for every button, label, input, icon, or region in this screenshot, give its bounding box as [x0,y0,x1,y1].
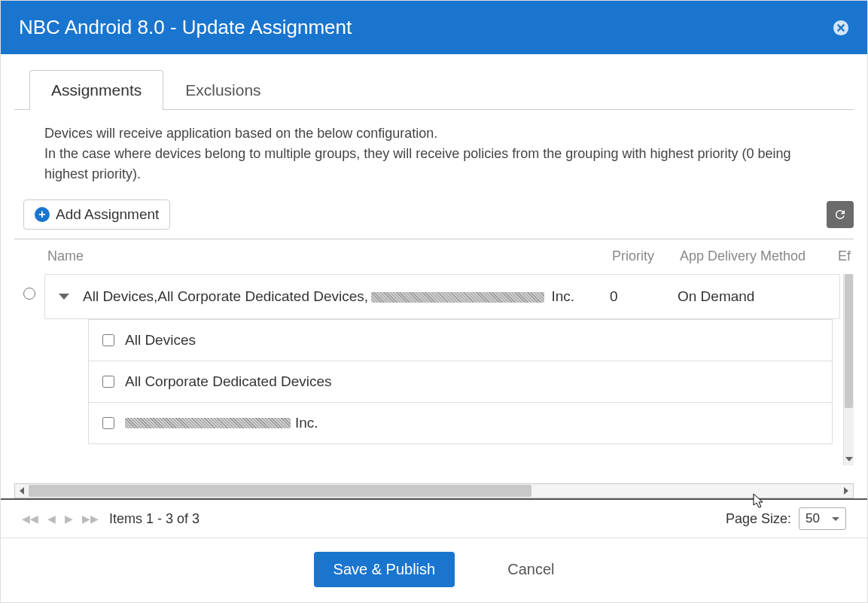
col-header-name[interactable]: Name [47,248,612,264]
first-page-button[interactable]: ◀◀ [22,513,38,525]
scrollbar-thumb[interactable] [29,485,531,497]
modal-footer: Save & Publish Cancel [1,538,867,602]
row-name: All Devices,All Corporate Dedicated Devi… [83,288,610,305]
page-size-label: Page Size: [726,511,791,527]
tabs-container: Assignments Exclusions [1,54,867,110]
sub-row-label: Inc. [295,415,318,431]
tab-exclusions[interactable]: Exclusions [163,70,282,110]
modal-header: NBC Android 8.0 - Update Assignment [1,1,867,54]
assignments-table: Name Priority App Delivery Method Ef All… [14,239,854,483]
chevron-down-icon [59,294,69,300]
pager-nav: ◀◀ ◀ ▶ ▶▶ [22,513,99,525]
pager-right: Page Size: 50 [726,507,846,530]
items-count: Items 1 - 3 of 3 [109,511,199,527]
list-item[interactable]: Inc. [89,403,832,444]
last-page-button[interactable]: ▶▶ [82,513,99,525]
modal-title: NBC Android 8.0 - Update Assignment [19,16,352,39]
list-item[interactable]: All Devices [89,319,832,361]
cancel-button[interactable]: Cancel [507,561,554,578]
redacted-text [371,292,544,303]
description-text: Devices will receive application based o… [1,110,867,199]
scroll-down-arrow[interactable] [844,455,854,464]
plus-icon: + [35,207,50,222]
close-icon[interactable] [833,20,849,36]
refresh-button[interactable] [827,201,854,228]
row-priority: 0 [610,288,678,305]
sub-row-label: All Corporate Dedicated Devices [125,373,332,390]
pager-left: ◀◀ ◀ ▶ ▶▶ Items 1 - 3 of 3 [22,511,199,527]
scrollbar-thumb[interactable] [845,274,853,408]
tabs: Assignments Exclusions [14,69,854,110]
list-item[interactable]: All Corporate Dedicated Devices [89,361,832,403]
table-header-row: Name Priority App Delivery Method Ef [14,239,854,274]
toolbar: + Add Assignment [1,199,867,239]
pager: ◀◀ ◀ ▶ ▶▶ Items 1 - 3 of 3 Page Size: 50 [1,498,867,538]
tab-assignments[interactable]: Assignments [29,70,163,110]
row-radio[interactable] [23,288,35,300]
description-line-2: In the case where devices belong to mult… [44,144,824,184]
horizontal-scrollbar[interactable] [14,483,854,498]
sub-row-checkbox[interactable] [102,376,114,388]
page-size-value: 50 [806,511,820,526]
sub-rows: All Devices All Corporate Dedicated Devi… [88,319,833,444]
vertical-scrollbar[interactable] [843,274,854,465]
expand-toggle[interactable] [45,294,83,300]
modal-body: Assignments Exclusions Devices will rece… [1,54,867,538]
col-header-priority[interactable]: Priority [612,248,680,264]
col-header-method[interactable]: App Delivery Method [680,248,838,264]
scroll-right-arrow[interactable] [839,484,853,498]
row-radio-cell [14,288,44,300]
scrollbar-track[interactable] [29,484,839,498]
row-method: On Demand [678,288,828,305]
add-assignment-button[interactable]: + Add Assignment [23,199,170,230]
redacted-text [125,418,291,428]
table-row[interactable]: All Devices,All Corporate Dedicated Devi… [44,274,840,319]
page-size-select[interactable]: 50 [799,507,846,530]
prev-page-button[interactable]: ◀ [47,513,56,525]
next-page-button[interactable]: ▶ [65,513,73,525]
sub-row-checkbox[interactable] [102,334,114,346]
add-assignment-label: Add Assignment [56,206,159,223]
save-publish-button[interactable]: Save & Publish [314,552,455,587]
sub-row-label: All Devices [125,332,196,349]
description-line-1: Devices will receive application based o… [44,123,824,144]
scroll-left-arrow[interactable] [15,484,29,498]
modal-dialog: NBC Android 8.0 - Update Assignment Assi… [0,0,868,603]
sub-row-checkbox[interactable] [102,417,114,429]
chevron-down-icon [832,517,839,521]
col-header-ext[interactable]: Ef [838,248,854,264]
